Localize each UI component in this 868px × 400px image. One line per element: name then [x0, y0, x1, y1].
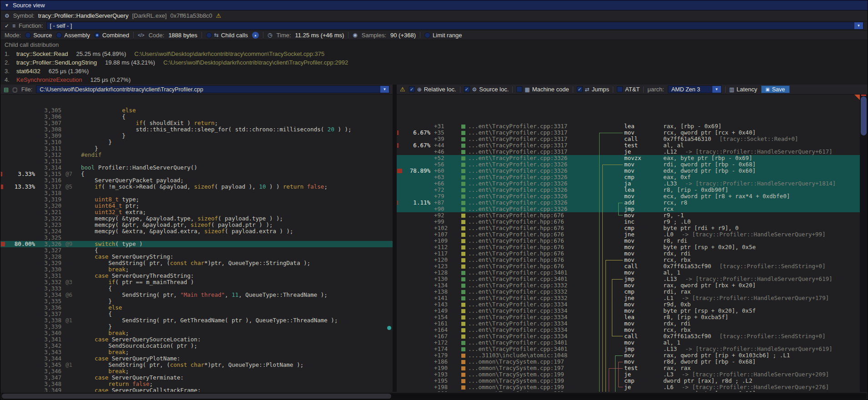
source-code-view[interactable]: 3,305 else3,306 {3,307 if( shouldExit ) … [0, 95, 393, 392]
asm-row[interactable]: +107...ent\TracyProfiler.hpp:676jne.L0->… [397, 231, 860, 238]
asm-row[interactable]: +143...ent\TracyProfiler.cpp:3334movr9d,… [397, 301, 860, 308]
source-line[interactable]: 3.33%3,315@7{ [0, 171, 393, 177]
asm-row[interactable]: +102...ent\TracyProfiler.hpp:676cmpbyte … [397, 225, 860, 231]
asm-row[interactable]: +128...ent\TracyProfiler.cpp:3401moval, … [397, 270, 860, 276]
checkbox-icon[interactable]: ✓ [516, 86, 522, 92]
radio-icon[interactable] [25, 32, 31, 38]
entry-name[interactable]: tracy::Profiler::SendLongString [16, 58, 97, 67]
child-calls-toggle[interactable]: ⇆ Child calls [206, 32, 248, 39]
asm-row[interactable]: +52...ent\TracyProfiler.cpp:3326movzxeax… [397, 155, 860, 161]
source-line[interactable]: 3,348 return false; [0, 381, 393, 387]
source-line[interactable]: 3,342 SendSourceLocation( ptr ); [0, 343, 393, 349]
file-combo-arrow[interactable]: ▼ [380, 86, 389, 93]
asm-row[interactable]: +198...ommon\TracySystem.cpp:199je.L6-> … [397, 384, 860, 390]
mode-radio-assembly[interactable]: Assembly [56, 32, 90, 39]
asm-row[interactable]: +174...ent\TracyProfiler.cpp:3401jmp.L13… [397, 346, 860, 352]
source-line[interactable]: 3,331 case ServerQueryThreadString: [0, 273, 393, 279]
asm-row[interactable]: 78.89%+60...ent\TracyProfiler.cpp:3326mo… [397, 168, 860, 174]
collapse-child-calls-button[interactable]: ▲ [252, 32, 259, 39]
asm-row[interactable]: +66...ent\TracyProfiler.cpp:3326ja.L33->… [397, 180, 860, 187]
pane-splitter[interactable] [393, 85, 397, 392]
asm-row[interactable]: +92...ent\TracyProfiler.hpp:676movr9, -1 [397, 212, 860, 219]
source-line[interactable]: 3,307 if( shouldExit ) return; [0, 120, 393, 126]
asm-row[interactable]: +90...ent\TracyProfiler.cpp:3326jmprcx [397, 206, 860, 212]
asm-row[interactable]: +138...ent\TracyProfiler.cpp:3332cmprdi,… [397, 289, 860, 295]
asm-row[interactable]: +117...ent\TracyProfiler.hpp:676movrdx, … [397, 250, 860, 257]
asm-row[interactable]: +186...ommon\TracySystem.cpp:197movr8d, … [397, 359, 860, 365]
scrollbar-track[interactable] [1, 393, 867, 399]
asm-warning-icon[interactable]: ⚠ [400, 86, 405, 93]
child-call-entry[interactable]: 1. tracy::Socket::Read 25.25 ms (54.89%)… [5, 50, 863, 58]
asm-row[interactable]: +154...ent\TracyProfiler.cpp:3334lear8, … [397, 314, 860, 320]
asm-row[interactable]: +39...ent\TracyProfiler.cpp:3317call0x7f… [397, 136, 860, 142]
source-line[interactable]: 80.00%3,326@9 switch( type ) [0, 241, 393, 247]
scrollbar-handle[interactable] [2, 394, 391, 399]
asm-row[interactable]: +46...ent\TracyProfiler.cpp:3317je.L12->… [397, 149, 860, 155]
scroll-position-dot[interactable] [387, 326, 391, 330]
source-line[interactable]: 3,335 } [0, 298, 393, 305]
asm-row[interactable]: +195...ommon\TracySystem.cpp:199cmpdword… [397, 378, 860, 384]
checkbox-icon[interactable] [206, 32, 212, 38]
source-line[interactable]: 3,316 ServerQueryPacket payload; [0, 177, 393, 184]
source-line[interactable]: 13.33%3,317@5 if( !m_sock->Read( &payloa… [0, 184, 393, 190]
machine-code-toggle[interactable]: ✓ ▦ Machine code [516, 86, 569, 93]
source-line[interactable]: 3,313 [0, 158, 393, 165]
source-line[interactable]: 3,345@1 SendString( ptr, (const char*)pt… [0, 362, 393, 368]
source-line[interactable]: 3,320 uint64_t ptr; [0, 203, 393, 209]
jumps-toggle[interactable]: ✓ ⇄ Jumps [577, 86, 609, 93]
collapse-icon[interactable]: ▼ [5, 3, 9, 8]
checkbox-icon[interactable]: ✓ [577, 86, 583, 92]
asm-row[interactable]: +63...ent\TracyProfiler.cpp:3326cmpeax, … [397, 174, 860, 180]
file-combo[interactable]: C:\Users\wolf\Desktop\darkrl\contrib\tra… [36, 85, 389, 93]
source-line[interactable]: 3,310 } [0, 139, 393, 145]
source-line[interactable]: 3,330 break; [0, 266, 393, 273]
asm-row[interactable]: +109...ent\TracyProfiler.hpp:676movr8, r… [397, 238, 860, 244]
source-line[interactable]: 3,305 else [0, 107, 393, 114]
source-line[interactable]: 3,328 case ServerQueryString: [0, 254, 393, 260]
entry-name[interactable]: KeSynchronizeExecution [16, 75, 82, 84]
asm-row[interactable]: 6.67%+35...ent\TracyProfiler.cpp:3317mov… [397, 130, 860, 136]
att-toggle[interactable]: ✓ AT&T [617, 86, 640, 93]
checkbox-icon[interactable]: ✓ [409, 86, 415, 92]
asm-row[interactable]: +72...ent\TracyProfiler.cpp:3326lear8, [… [397, 187, 860, 193]
asm-row[interactable]: 1.11%+87...ent\TracyProfiler.cpp:3326add… [397, 200, 860, 206]
mode-radio-source[interactable]: Source [25, 32, 52, 39]
checkbox-icon[interactable] [424, 32, 430, 38]
source-line[interactable]: 3,327 { [0, 247, 393, 254]
asm-row[interactable]: +172...ent\TracyProfiler.cpp:3401moval, … [397, 340, 860, 346]
source-line[interactable]: 3,343 break; [0, 349, 393, 355]
source-line[interactable]: 3,309 } [0, 133, 393, 139]
source-line[interactable]: 3,329 SendString( ptr, (const char*)ptr,… [0, 260, 393, 266]
source-line[interactable]: 3,306 { [0, 114, 393, 120]
asm-row[interactable]: 6.67%+44...ent\TracyProfiler.cpp:3317tes… [397, 142, 860, 149]
source-line[interactable]: 3,324 memcpy( &extra, &payload.extra, si… [0, 228, 393, 235]
entry-name[interactable]: stat64i32 [16, 67, 40, 75]
child-call-entry[interactable]: 4. KeSynchronizeExecution 125 μs (0.27%) [5, 75, 863, 84]
asm-view[interactable]: +31...ent\TracyProfiler.cpp:3317learax, … [397, 95, 860, 392]
bottom-scrollbar[interactable] [0, 392, 868, 400]
source-line[interactable]: 3,312#endif [0, 152, 393, 158]
symbol-warning-icon[interactable]: ⚠ [216, 12, 222, 19]
asm-row[interactable]: +120...ent\TracyProfiler.hpp:676movrcx, … [397, 257, 860, 263]
source-line[interactable]: 3,319 uint8_t type; [0, 196, 393, 203]
asm-row[interactable]: +130...ent\TracyProfiler.cpp:3401jmp.L13… [397, 276, 860, 282]
asm-row[interactable]: +164...ent\TracyProfiler.cpp:3334movrcx,… [397, 327, 860, 333]
source-line[interactable]: 3,332@3 if( ptr == m_mainThread ) [0, 279, 393, 285]
asm-row[interactable]: +112...ent\TracyProfiler.hpp:676movbyte … [397, 244, 860, 250]
asm-row[interactable]: +193...ommon\TracySystem.cpp:199je.L3-> … [397, 371, 860, 378]
source-line[interactable]: 3,322 memcpy( &type, &payload.type, size… [0, 215, 393, 222]
asm-row[interactable]: +123...ent\TracyProfiler.hpp:676call0x7f… [397, 263, 860, 270]
child-call-entry[interactable]: 3. stat64i32 625 μs (1.36%) [5, 67, 863, 75]
source-line[interactable]: 3,339 } [0, 324, 393, 330]
entry-name[interactable]: tracy::Socket::Read [16, 50, 68, 58]
checkbox-icon[interactable]: ✓ [464, 86, 470, 92]
source-line[interactable]: 3,336 else [0, 305, 393, 311]
asm-row[interactable]: +134...ent\TracyProfiler.cpp:3332movrax,… [397, 282, 860, 289]
source-line[interactable]: 3,346 break; [0, 368, 393, 375]
source-line[interactable]: 3,347 case ServerQueryTerminate: [0, 375, 393, 381]
source-line[interactable]: 3,318 [0, 190, 393, 196]
asm-row[interactable]: +149...ent\TracyProfiler.cpp:3334movbyte… [397, 308, 860, 314]
asm-row[interactable]: +141...ent\TracyProfiler.cpp:3332jne.L1-… [397, 295, 860, 301]
limit-range-toggle[interactable]: Limit range [424, 32, 462, 39]
asm-row[interactable]: +190...ommon\TracySystem.cpp:197testrax,… [397, 365, 860, 371]
